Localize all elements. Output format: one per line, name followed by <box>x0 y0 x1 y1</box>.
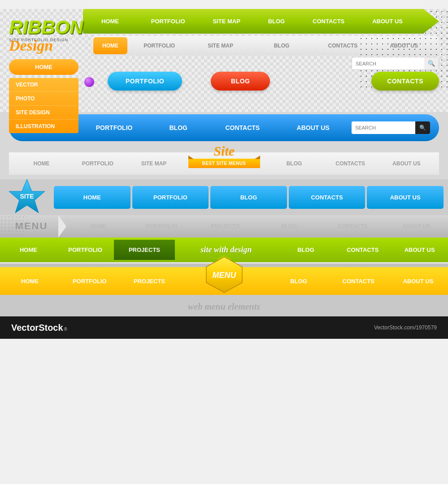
ribbon-nav-item-contacts[interactable]: CONTACTS <box>313 18 344 25</box>
search-input-top[interactable] <box>352 58 424 69</box>
nav7-blog[interactable]: BLOG <box>257 223 321 229</box>
menu-bar-row: MENU HOME PORTFOLIO PROJECTS BLOG CONTAC… <box>0 215 448 238</box>
gray-menu-section: MENU HOME PORTFOLIO PROJECTS BLOG CONTAC… <box>0 215 448 238</box>
green-nav-portfolio[interactable]: PORTFOLIO <box>57 246 114 253</box>
ribbon-nav: HOME PORTFOLIO SITE MAP BLOG CONTACTS AB… <box>83 9 439 34</box>
site-badge-title: Site <box>188 144 260 158</box>
dropdown-item-sitedesign[interactable]: SITE DESIGN <box>9 105 78 119</box>
blue-tabs-section: SITE HOME PORTFOLIO BLOG CONTACTS ABOUT … <box>0 182 448 213</box>
nav2-about[interactable]: ABOUT US <box>374 43 439 49</box>
blue-tab-blog[interactable]: BLOG <box>210 186 287 209</box>
dropdown-item-illustration[interactable]: ILLUSTRATION <box>9 119 78 133</box>
site-with-design-text: site with design <box>200 245 252 254</box>
nav7-projects[interactable]: PROJECTS <box>194 223 257 229</box>
blue-tab-home[interactable]: HOME <box>54 186 130 209</box>
green-nav-contacts[interactable]: CONTACTS <box>334 246 391 253</box>
vectorstock-url: VectorStock.com/1970579 <box>374 324 437 331</box>
blue-nav-blog[interactable]: BLOG <box>146 124 210 131</box>
nav5-sitemap[interactable]: SITE MAP <box>126 160 182 167</box>
site-badge-subtitle: BEST SITE MENUS <box>202 161 246 166</box>
nav2-home[interactable]: HOME <box>93 37 127 54</box>
nav7-portfolio[interactable]: PORTFOLIO <box>130 223 194 229</box>
svg-text:SITE: SITE <box>20 193 34 200</box>
site-star-container: SITE <box>4 182 54 213</box>
contacts-button[interactable]: CONTACTS <box>371 72 439 91</box>
blue-search-icon[interactable]: 🔍 <box>415 121 430 134</box>
yellow-nav-portfolio[interactable]: PORTFOLIO <box>60 278 119 285</box>
blue-tab-about[interactable]: ABOUT US <box>367 186 444 209</box>
blue-tab-contacts[interactable]: CONTACTS <box>289 186 365 209</box>
nav5-home[interactable]: HOME <box>13 160 70 167</box>
nav7-about[interactable]: ABOUT US <box>384 223 448 229</box>
ribbon-nav-item-sitemap[interactable]: SITE MAP <box>213 18 240 25</box>
nav5-blog[interactable]: BLOG <box>266 160 322 167</box>
nav7-contacts[interactable]: CONTACTS <box>321 223 384 229</box>
dropdown-list: VECTOR PHOTO SITE DESIGN ILLUSTRATION <box>9 78 78 133</box>
site-with-design-ribbon: site with design <box>175 245 277 255</box>
nav2-sitemap[interactable]: SITE MAP <box>190 43 251 49</box>
blog-button[interactable]: BLOG <box>211 72 270 91</box>
dropdown-item-vector[interactable]: VECTOR <box>9 78 78 91</box>
nav5-contacts[interactable]: CONTACTS <box>322 160 378 167</box>
blue-search-box: 🔍 <box>352 121 430 134</box>
blue-tabs-row: HOME PORTFOLIO BLOG CONTACTS ABOUT US <box>54 184 444 210</box>
green-nav-home[interactable]: HOME <box>0 246 57 253</box>
footer-text: web menu elements <box>0 302 448 312</box>
site-star-badge: SITE <box>7 177 47 217</box>
nav2-contacts[interactable]: CONTACTS <box>312 43 373 49</box>
yellow-nav-about[interactable]: ABOUT US <box>388 278 448 285</box>
site-badge-ribbon: BEST SITE MENUS <box>188 159 260 168</box>
vectorstock-brand: VectorStock® <box>11 323 67 333</box>
ribbon-nav-item-blog[interactable]: BLOG <box>268 18 285 25</box>
svg-text:MENU: MENU <box>212 271 236 280</box>
blue-tab-portfolio[interactable]: PORTFOLIO <box>132 186 209 209</box>
blue-nav-contacts[interactable]: CONTACTS <box>210 124 274 131</box>
dropdown-trigger[interactable]: HOME <box>9 59 78 75</box>
yellow-nav-projects[interactable]: PROJECTS <box>119 278 179 285</box>
gray-nav-bar: HOME PORTFOLIO SITE MAP BLOG CONTACTS AB… <box>92 36 439 56</box>
dropdown-menu: HOME VECTOR PHOTO SITE DESIGN ILLUSTRATI… <box>9 59 78 75</box>
menu-hex-badge: MENU <box>204 255 244 297</box>
search-submit-icon[interactable]: 🔍 <box>424 57 439 69</box>
green-nav-blog[interactable]: BLOG <box>278 246 335 253</box>
yellow-nav-section: MENU HOME PORTFOLIO PROJECTS BLOG CONTAC… <box>0 267 448 295</box>
yellow-nav-home[interactable]: HOME <box>0 278 60 285</box>
bottom-bar: VectorStock® VectorStock.com/1970579 <box>0 316 448 339</box>
ribbon-nav-item-portfolio[interactable]: PORTFOLIO <box>151 18 185 25</box>
blue-nav-portfolio[interactable]: PORTFOLIO <box>82 124 146 131</box>
search-box-top: 🔍 <box>352 57 439 70</box>
ribbon-nav-item-home[interactable]: HOME <box>97 18 123 25</box>
nav5-wrapper: Site BEST SITE MENUS HOME PORTFOLIO SITE… <box>9 152 439 175</box>
green-nav-about[interactable]: ABOUT US <box>391 246 448 253</box>
site-badge: Site BEST SITE MENUS <box>188 144 260 168</box>
nav2-blog[interactable]: BLOG <box>251 43 312 49</box>
nav2-portfolio[interactable]: PORTFOLIO <box>129 43 190 49</box>
nav7-home[interactable]: HOME <box>66 223 130 229</box>
yellow-nav-contacts[interactable]: CONTACTS <box>329 278 388 285</box>
blue-nav-about[interactable]: ABOUT US <box>274 124 352 131</box>
purple-dot <box>84 77 94 87</box>
dropdown-item-photo[interactable]: PHOTO <box>9 91 78 105</box>
site-logo-text: RIBBON <box>9 18 83 37</box>
menu-label: MENU <box>0 220 58 232</box>
logo-subtitle: SITE PORTFOLIO DESIGN <box>9 38 83 42</box>
nav5-portfolio[interactable]: PORTFOLIO <box>70 160 126 167</box>
green-nav-projects[interactable]: PROJECTS <box>114 240 175 260</box>
blue-search-input[interactable] <box>352 122 415 134</box>
portfolio-button[interactable]: PORTFOLIO <box>108 72 182 91</box>
ribbon-nav-item-about[interactable]: ABOUT US <box>372 18 425 25</box>
nav5-about[interactable]: ABOUT US <box>378 160 435 167</box>
yellow-nav-blog[interactable]: BLOG <box>269 278 328 285</box>
